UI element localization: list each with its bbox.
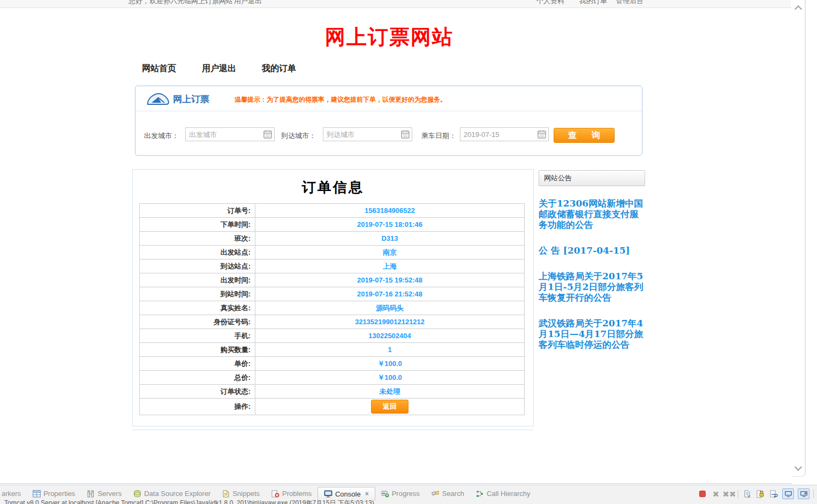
servers-icon: [87, 490, 95, 498]
ticket-search-panel: 网上订票 温馨提示：为了提高您的得票率，建议您提前下单，以便更好的为您服务。 出…: [135, 86, 642, 156]
console-status-line: Tomcat v8.0 Server at localhost [Apache …: [4, 499, 807, 504]
row-value: 13022502404: [255, 329, 525, 343]
announcement-link[interactable]: 上海铁路局关于2017年5月1日-5月2日部分旅客列车恢复开行的公告: [539, 271, 645, 303]
announcement-link[interactable]: 公 告 [2017-04-15]: [539, 245, 645, 256]
console-icon: [324, 490, 332, 498]
table-row: 订单状态:未处理: [140, 385, 525, 399]
announcements-header: 网站公告: [539, 170, 645, 186]
row-value: ￥100.0: [255, 371, 525, 385]
from-city-label: 出发城市：: [144, 131, 179, 141]
main-nav: 网站首页 用户退出 我的订单: [142, 63, 296, 74]
scroll-up-icon[interactable]: [795, 5, 802, 13]
to-city-input[interactable]: [323, 127, 412, 141]
table-row: 订单号:1563184906522: [140, 204, 525, 218]
topbar-admin-link[interactable]: 管理后台: [616, 0, 644, 6]
top-bar: 您好，欢迎孙六光临网上订票网站 用户退出 个人资料 我的订单 管理后台: [0, 0, 805, 8]
table-row: 真实姓名:源码码头: [140, 301, 525, 315]
table-row: 单价:￥100.0: [140, 357, 525, 371]
database-icon: [133, 490, 141, 498]
row-label: 购买数量:: [140, 343, 255, 357]
properties-icon: [33, 490, 41, 498]
row-label: 出发站点:: [140, 246, 255, 259]
nav-item-home[interactable]: 网站首页: [142, 63, 176, 74]
row-label: 到站时间:: [140, 287, 255, 301]
row-value: 2019-07-16 21:52:48: [255, 287, 525, 301]
row-label: 总价:: [140, 371, 255, 385]
row-label: 班次:: [140, 232, 255, 246]
row-value: D313: [255, 232, 525, 246]
table-row: 到站时间:2019-07-16 21:52:48: [140, 287, 525, 301]
search-panel-tip: 温馨提示：为了提高您的得票率，建议您提前下单，以便更好的为您服务。: [234, 95, 447, 104]
open-console-icon[interactable]: [798, 488, 810, 499]
table-row: 操作: 返回: [140, 399, 525, 415]
calendar-icon[interactable]: [401, 130, 410, 139]
announcements-sidebar: 网站公告 关于12306网站新增中国邮政储蓄银行直接支付服务功能的公告 公 告 …: [539, 170, 645, 365]
calendar-icon[interactable]: [263, 130, 272, 139]
order-info-panel: 订单信息 订单号:1563184906522 下单时间:2019-07-15 1…: [132, 169, 534, 426]
row-label: 订单状态:: [140, 385, 255, 399]
search-panel-brand: 网上订票: [173, 93, 209, 105]
row-value: 未处理: [255, 385, 525, 399]
ride-date-input[interactable]: [460, 127, 549, 141]
row-value: 2019-07-15 18:01:46: [255, 218, 525, 232]
table-row: 手机:13022502404: [140, 329, 525, 343]
table-row: 到达站点:上海: [140, 259, 525, 273]
browser-page: 您好，欢迎孙六光临网上订票网站 用户退出 个人资料 我的订单 管理后台 网上订票…: [0, 0, 817, 504]
table-row: 出发时间:2019-07-15 19:52:48: [140, 273, 525, 287]
nav-item-logout[interactable]: 用户退出: [202, 63, 236, 74]
search-button[interactable]: 查 询: [554, 128, 615, 143]
progress-icon: [381, 490, 389, 498]
row-value: 1563184906522: [255, 204, 525, 218]
announcement-link[interactable]: 武汉铁路局关于2017年4月15日—4月17日部分旅客列车临时停运的公告: [539, 318, 645, 350]
remove-all-launches-icon[interactable]: ✖✖: [724, 489, 734, 499]
row-value: ￥100.0: [255, 357, 525, 371]
toolbar-separator: [813, 490, 814, 498]
nav-item-my-orders[interactable]: 我的订单: [262, 63, 296, 74]
vertical-scrollbar[interactable]: [791, 0, 806, 477]
row-label: 操作:: [140, 399, 255, 415]
row-value: 321352199012121212: [255, 315, 525, 329]
row-value: 返回: [255, 399, 525, 415]
train-logo-icon: [146, 91, 170, 106]
remove-launch-icon[interactable]: ✖: [711, 489, 721, 499]
table-row: 购买数量:1: [140, 343, 525, 357]
order-table: 订单号:1563184906522 下单时间:2019-07-15 18:01:…: [139, 203, 525, 415]
topbar-myorders-link[interactable]: 我的订单: [579, 0, 607, 6]
terminate-icon[interactable]: [698, 489, 707, 499]
order-info-title: 订单信息: [133, 178, 533, 197]
clear-console-icon[interactable]: [742, 489, 752, 499]
scroll-down-icon[interactable]: [795, 463, 802, 471]
eclipse-view-bar: arkers Properties Servers Data Source Ex…: [0, 485, 817, 504]
calendar-icon[interactable]: [538, 130, 546, 139]
table-row: 班次:D313: [140, 232, 525, 246]
table-row: 出发站点:南京: [140, 246, 525, 259]
topbar-logout-link[interactable]: 用户退出: [234, 0, 262, 6]
toolbar-separator: [738, 490, 738, 498]
row-value: 上海: [255, 259, 525, 273]
word-wrap-icon[interactable]: [769, 489, 778, 499]
search-icon: [432, 490, 440, 498]
to-city-label: 到达城市：: [281, 131, 316, 141]
back-button[interactable]: 返回: [371, 400, 408, 414]
row-value: 1: [255, 343, 525, 357]
snippets-icon: [222, 490, 230, 498]
row-value: 2019-07-15 19:52:48: [255, 273, 525, 287]
announcement-link[interactable]: 关于12306网站新增中国邮政储蓄银行直接支付服务功能的公告: [539, 198, 645, 230]
console-toolbar: ✖ ✖✖: [698, 488, 814, 499]
table-row: 下单时间:2019-07-15 18:01:46: [140, 218, 525, 232]
from-city-input[interactable]: [185, 127, 275, 141]
pin-console-icon[interactable]: [782, 488, 794, 499]
row-label: 真实姓名:: [140, 301, 255, 315]
row-label: 订单号:: [140, 204, 255, 218]
scroll-lock-icon[interactable]: [755, 489, 765, 499]
close-icon[interactable]: ×: [365, 490, 369, 498]
row-value: 南京: [255, 246, 525, 259]
row-value: 源码码头: [255, 301, 525, 315]
page-title: 网上订票网站: [135, 24, 644, 51]
row-label: 到达站点:: [140, 259, 255, 273]
topbar-profile-link[interactable]: 个人资料: [536, 0, 564, 6]
ride-date-label: 乘车日期：: [421, 131, 456, 141]
row-label: 单价:: [140, 357, 255, 371]
browser-border: [0, 483, 792, 484]
row-label: 身份证号码:: [140, 315, 255, 329]
